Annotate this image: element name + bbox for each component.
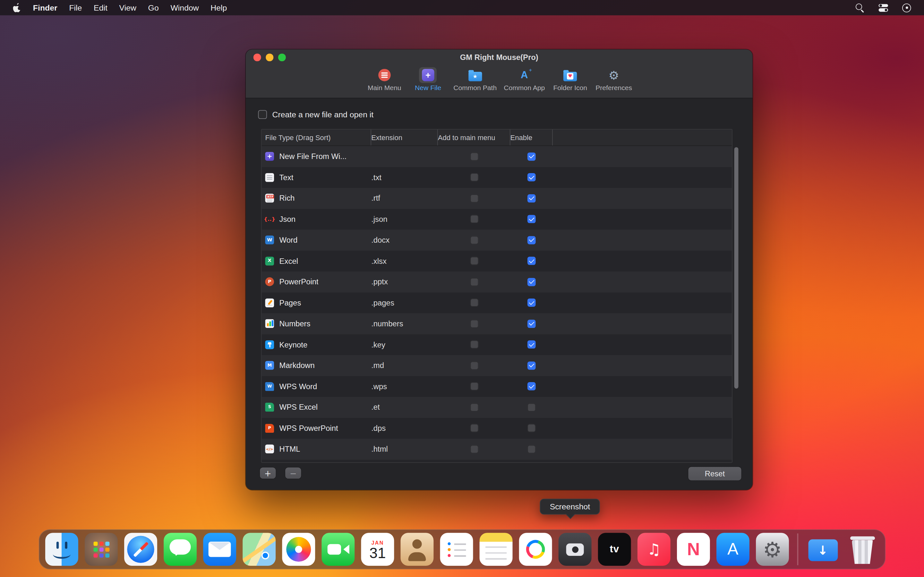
menubar-app-name[interactable]: Finder <box>27 3 63 12</box>
table-row[interactable]: WPS Word.wps <box>262 376 732 397</box>
add-to-main-menu-cell <box>438 403 510 412</box>
table-row[interactable]: WPS Excel.et <box>262 397 732 418</box>
dock-item-safari[interactable] <box>124 533 157 566</box>
tab-label: Preferences <box>596 84 632 91</box>
enable-checkbox[interactable] <box>527 173 536 181</box>
enable-checkbox[interactable] <box>527 424 536 432</box>
file-type-label: Keynote <box>279 340 308 349</box>
table-row[interactable]: Word.docx <box>262 229 732 250</box>
menubar-item-view[interactable]: View <box>113 3 142 12</box>
enable-checkbox[interactable] <box>527 445 536 453</box>
tab-preferences[interactable]: Preferences <box>596 67 632 91</box>
dock-item-settings[interactable] <box>756 533 789 566</box>
table-row[interactable]: Numbers.numbers <box>262 313 732 334</box>
dock-item-messages[interactable] <box>164 533 197 566</box>
add-to-main-menu-checkbox[interactable] <box>470 424 478 432</box>
create-new-file-checkbox-row[interactable]: Create a new file and open it <box>258 110 373 119</box>
table-row[interactable]: Json.json <box>262 209 732 229</box>
dock-item-finder[interactable] <box>45 533 78 566</box>
apple-menu[interactable] <box>9 3 27 12</box>
search-icon[interactable] <box>856 3 865 12</box>
dock-item-appstore[interactable] <box>716 533 750 566</box>
add-to-main-menu-checkbox[interactable] <box>470 194 478 203</box>
menubar-item-file[interactable]: File <box>63 3 88 12</box>
dock-item-contacts[interactable] <box>401 533 434 566</box>
table-row[interactable]: Text.txt <box>262 167 732 188</box>
enable-checkbox[interactable] <box>527 257 536 265</box>
add-to-main-menu-checkbox[interactable] <box>470 215 478 223</box>
dock-item-mail[interactable] <box>203 533 236 566</box>
dock-item-screenshot[interactable] <box>559 533 591 566</box>
reset-button[interactable]: Reset <box>688 467 741 480</box>
table-row[interactable]: HTML.html <box>262 438 732 459</box>
enable-checkbox[interactable] <box>527 403 536 412</box>
add-to-main-menu-checkbox[interactable] <box>470 299 478 307</box>
add-to-main-menu-checkbox[interactable] <box>470 319 478 328</box>
menubar-item-help[interactable]: Help <box>205 3 233 12</box>
dock-item-freeform[interactable] <box>519 533 552 566</box>
tab-main-menu[interactable]: Main Menu <box>366 67 403 91</box>
column-enable[interactable]: Enable <box>510 129 553 145</box>
file-type-label: WPS Excel <box>279 403 318 412</box>
add-to-main-menu-checkbox[interactable] <box>470 257 478 265</box>
menubar-item-window[interactable]: Window <box>165 3 205 12</box>
dock-item-facetime[interactable] <box>321 533 355 566</box>
enable-checkbox[interactable] <box>527 277 536 286</box>
dock-item-reminders[interactable] <box>440 533 473 566</box>
add-to-main-menu-checkbox[interactable] <box>470 403 478 412</box>
add-to-main-menu-cell <box>438 319 510 328</box>
table-row[interactable]: Pages.pages <box>262 292 732 313</box>
table-row[interactable]: WPS PowerPoint.dps <box>262 418 732 438</box>
add-to-main-menu-checkbox[interactable] <box>470 340 478 349</box>
column-extension[interactable]: Extension <box>371 129 438 145</box>
dock-item-launchpad[interactable] <box>85 533 118 566</box>
table-row[interactable]: Rich.rtf <box>262 188 732 209</box>
table-row[interactable]: Keynote.key <box>262 334 732 355</box>
tab-new-file[interactable]: New File <box>410 67 446 91</box>
enable-checkbox[interactable] <box>527 361 536 370</box>
dock-item-music[interactable] <box>638 533 670 566</box>
add-to-main-menu-checkbox[interactable] <box>470 361 478 370</box>
create-new-file-checkbox[interactable] <box>258 110 267 119</box>
column-add-to-main-menu[interactable]: Add to main menu <box>438 129 510 145</box>
add-to-main-menu-checkbox[interactable] <box>470 445 478 453</box>
tab-common-path[interactable]: Common Path <box>453 67 497 91</box>
table-row[interactable]: PowerPoint.pptx <box>262 271 732 292</box>
add-to-main-menu-checkbox[interactable] <box>470 382 478 391</box>
tab-folder-icon[interactable]: Folder Icon <box>552 67 588 91</box>
add-row-button[interactable]: + <box>260 467 276 479</box>
dock-item-notes[interactable] <box>480 533 513 566</box>
tab-common-app[interactable]: Common App <box>504 67 545 91</box>
enable-checkbox[interactable] <box>527 236 536 244</box>
enable-cell <box>510 319 553 328</box>
dock-item-photos[interactable] <box>282 533 315 566</box>
table-row[interactable]: New File From Wi... <box>262 146 732 167</box>
column-file-type[interactable]: File Type (Drag Sort) <box>265 129 372 145</box>
dock-item-maps[interactable] <box>242 533 276 566</box>
add-to-main-menu-checkbox[interactable] <box>470 277 478 286</box>
table-row[interactable]: Markdown.md <box>262 355 732 376</box>
menubar-item-go[interactable]: Go <box>142 3 165 12</box>
dock-item-calendar[interactable]: JAN31 <box>361 533 394 566</box>
table-row[interactable]: XML.xml <box>262 460 732 463</box>
dock-item-appletv[interactable]: tv <box>598 533 631 566</box>
menubar-item-edit[interactable]: Edit <box>88 3 113 12</box>
control-center-icon[interactable] <box>879 3 888 12</box>
dock-item-trash[interactable] <box>846 533 879 566</box>
table-scrollbar[interactable] <box>734 147 738 388</box>
enable-checkbox[interactable] <box>527 340 536 349</box>
add-to-main-menu-checkbox[interactable] <box>470 236 478 244</box>
enable-checkbox[interactable] <box>527 319 536 328</box>
account-icon[interactable] <box>902 3 911 12</box>
add-to-main-menu-checkbox[interactable] <box>470 152 478 161</box>
table-row[interactable]: Excel.xlsx <box>262 251 732 271</box>
dock-item-news[interactable] <box>677 533 710 566</box>
enable-checkbox[interactable] <box>527 194 536 203</box>
remove-row-button[interactable]: − <box>285 467 301 479</box>
add-to-main-menu-checkbox[interactable] <box>470 173 478 181</box>
enable-checkbox[interactable] <box>527 382 536 391</box>
enable-checkbox[interactable] <box>527 299 536 307</box>
enable-checkbox[interactable] <box>527 215 536 223</box>
enable-checkbox[interactable] <box>527 152 536 161</box>
dock-item-downloads[interactable] <box>806 533 839 566</box>
